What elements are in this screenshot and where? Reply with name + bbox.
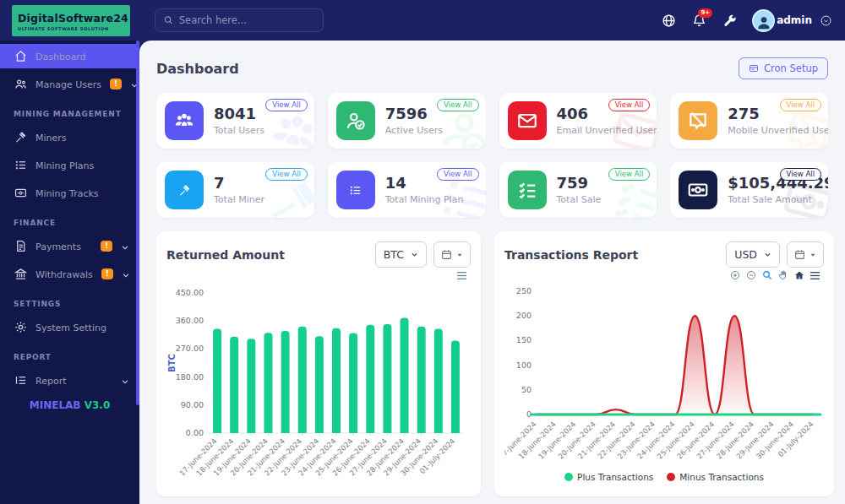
stat-value: 759 [557,175,602,192]
returned-amount-bar-chart[interactable]: 0.0090.00180.00270.00360.00450.00BTC17-J… [166,281,471,487]
zoom-in-icon[interactable] [729,270,740,281]
bar[interactable] [247,339,255,433]
sidebar-section-header: FINANCE [0,205,139,230]
date-range-button[interactable] [433,241,471,268]
transactions-line-chart[interactable]: 05010015020025017-June-202418-June-20241… [504,281,824,469]
checklist-icon [508,171,547,209]
view-all-badge[interactable]: View All [265,168,307,181]
home-reset-icon[interactable] [793,270,804,281]
bar[interactable] [315,336,324,433]
sidebar-item-system-setting[interactable]: System Setting [0,315,139,339]
bar[interactable] [213,328,221,433]
minus-transactions-line[interactable] [537,316,814,415]
select-chevron-icon [764,251,771,258]
sidebar-item-manage-users[interactable]: Manage Users! [0,72,139,96]
stat-label: Total Mining Plan [385,194,464,205]
calendar-icon [794,249,805,260]
stat-value: 8041 [214,106,264,123]
search-icon [164,15,173,25]
logo-title: DigitalSoftware24 [18,12,128,24]
notifications-bell-icon[interactable]: 9+ [691,13,706,28]
search-bar[interactable] [155,8,324,32]
sidebar-item-report[interactable]: Report [0,368,139,393]
svg-text:450.00: 450.00 [176,288,204,297]
sidebar-item-payments[interactable]: Payments! [0,234,139,258]
bar[interactable] [417,327,426,433]
bar[interactable] [434,328,443,433]
stat-card-email-unverified-users: View All406Email Unverified Users [499,93,657,149]
chevron-down-icon [121,377,129,385]
sidebar-item-miners[interactable]: Miners [0,125,139,149]
bar[interactable] [281,331,290,433]
bar[interactable] [451,340,460,433]
sidebar-item-label: Manage Users [35,79,101,90]
sidebar-item-dashboard[interactable]: Dashboard [0,44,139,68]
view-all-badge[interactable]: View All [265,99,307,111]
date-range-button[interactable] [787,241,824,268]
chart-menu-icon[interactable] [810,270,820,281]
avatar [752,9,775,32]
select-chevron-icon [411,251,418,258]
returned-amount-title: Returned Amount [166,248,285,262]
bar[interactable] [230,337,238,433]
sidebar-item-label: Mining Plans [35,160,129,171]
bank-icon [14,268,27,281]
zoom-out-icon[interactable] [745,270,756,281]
view-all-badge[interactable]: View All [437,99,478,111]
hammer-icon [14,131,27,144]
phone-slash-icon [679,101,717,140]
view-all-badge[interactable]: View All [780,99,821,111]
legend-item-minus-transactions[interactable]: Minus Transactions [667,472,764,482]
svg-text:100: 100 [516,360,532,370]
bar[interactable] [298,327,307,433]
hammer-icon [165,171,204,209]
user-menu[interactable]: admin [752,9,831,32]
sidebar-scrollbar[interactable] [136,41,139,405]
view-all-badge[interactable]: View All [437,168,478,181]
card-icon [14,187,27,200]
bar[interactable] [264,333,272,433]
sidebar-item-withdrawals[interactable]: Withdrawals! [0,262,139,286]
brand-name: MINELAB [30,399,81,411]
stat-label: Active Users [385,125,443,136]
pan-hand-icon[interactable] [777,270,788,281]
svg-text:BTC: BTC [167,354,177,372]
legend-item-plus-transactions[interactable]: Plus Transactions [564,472,653,482]
brand-version: V3.0 [84,399,111,411]
svg-text:200: 200 [516,311,532,320]
language-globe-icon[interactable] [661,13,676,28]
cron-setup-button[interactable]: Cron Setup [739,57,828,79]
legend-dot [564,473,573,481]
svg-text:150: 150 [516,335,532,344]
users-gear-icon [14,78,27,91]
view-all-badge[interactable]: View All [608,99,650,111]
chart-menu-icon[interactable] [456,270,467,281]
sidebar-item-mining-plans[interactable]: Mining Plans [0,153,139,177]
stat-card-active-users: View All7596Active Users [328,93,486,149]
currency-select-btc[interactable]: BTC [375,241,427,268]
settings-wrench-icon[interactable] [722,13,737,28]
brand-logo[interactable]: DigitalSoftware24 ULTIMATE SOFTWARE SOLU… [12,5,130,36]
currency-select-usd[interactable]: USD [726,241,780,268]
zoom-selection-icon[interactable] [761,270,772,281]
bar[interactable] [349,333,357,433]
svg-text:270.00: 270.00 [176,344,204,353]
sidebar-section-header: REPORT [0,339,139,365]
stat-card-total-sale: View All759Total Sale [499,162,657,218]
bar[interactable] [383,324,391,433]
user-check-icon [336,101,375,140]
stat-card-total-users: View All8041Total Users [156,93,314,149]
bar[interactable] [332,328,341,433]
sidebar-item-mining-tracks[interactable]: Mining Tracks [0,181,139,205]
legend-label: Plus Transactions [577,472,653,482]
sidebar-item-label: System Setting [35,322,129,333]
search-input[interactable] [179,14,314,26]
bar[interactable] [401,318,409,433]
stat-label: Mobile Unverified Users [728,125,828,136]
sidebar-item-label: Dashboard [35,51,129,62]
view-all-badge[interactable]: View All [780,168,821,181]
stat-card-total-mining-plan: View All14Total Mining Plan [328,162,486,218]
view-all-badge[interactable]: View All [608,168,650,181]
bar[interactable] [366,325,374,433]
stat-card-total-sale-amount: View All$105,444.29Total Sale Amount [670,162,828,218]
